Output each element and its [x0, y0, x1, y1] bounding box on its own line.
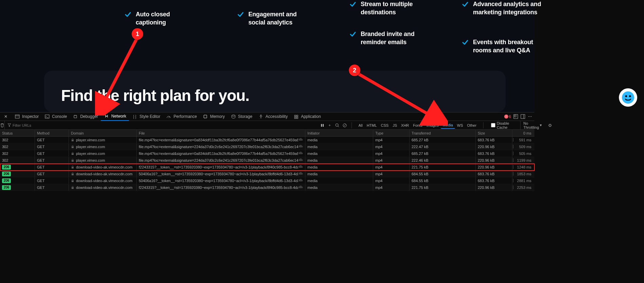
filter-type-ws[interactable]: WS: [455, 122, 465, 129]
col-size[interactable]: Size: [476, 130, 512, 136]
perk-item: Advanced analytics and marketing integra…: [461, 0, 546, 16]
table-row[interactable]: 302GETplayer.vimeo.comfile.mp4?loc=exter…: [0, 137, 534, 143]
check-icon: [237, 11, 244, 18]
table-row[interactable]: 206GETdownload-video-ak.vimeocdn.comf224…: [0, 184, 534, 191]
dock-side-button[interactable]: [520, 114, 525, 119]
col-status[interactable]: Status: [0, 130, 35, 136]
panel-tab-debugger[interactable]: Debugger: [70, 112, 101, 121]
filter-urls-input[interactable]: [13, 123, 80, 127]
filter-type-images[interactable]: Images: [424, 122, 441, 129]
panel-tab-label: Console: [52, 114, 67, 119]
inspector-icon: [14, 114, 20, 119]
storage-icon: [230, 114, 236, 119]
panel-tab-storage[interactable]: Storage: [228, 112, 255, 121]
block-button[interactable]: [343, 123, 347, 128]
cell-type: mp4: [373, 157, 410, 163]
check-icon: [461, 1, 469, 8]
table-row[interactable]: 302GETplayer.vimeo.comfile.mp4?loc=exter…: [0, 143, 534, 150]
panel-tab-application[interactable]: Application: [290, 112, 324, 121]
svg-rect-28: [72, 146, 74, 148]
cell-type: mp4: [373, 184, 410, 191]
table-row[interactable]: 302GETplayer.vimeo.comfile.mp4?loc=exter…: [0, 150, 534, 157]
throttling-dropdown[interactable]: No Throttling ▾: [520, 121, 545, 130]
help-avatar-button[interactable]: [619, 88, 637, 107]
panel-tab-label: Accessibility: [266, 114, 288, 119]
close-devtools-button[interactable]: ✕: [0, 112, 12, 121]
add-request-button[interactable]: ＋: [328, 123, 332, 128]
svg-line-23: [338, 126, 339, 127]
avatar-icon: [622, 91, 634, 104]
cell-status: 206: [0, 177, 35, 184]
har-settings-button[interactable]: [548, 123, 552, 128]
panel-tab-accessibility[interactable]: Accessibility: [255, 112, 290, 121]
col-initiator[interactable]: Initiator: [305, 130, 373, 136]
col-time[interactable]: 0 ms: [512, 130, 533, 136]
cell-initiator: media: [305, 177, 373, 184]
throttling-label: No Throttling: [523, 121, 539, 129]
cloud-icon: [298, 145, 303, 148]
cell-method: GET: [35, 137, 69, 143]
disable-cache-toggle[interactable]: Disable Cache: [488, 121, 517, 129]
disable-cache-checkbox[interactable]: [491, 123, 495, 127]
cell-type: mp4: [373, 143, 410, 150]
cell-time: 505 ms: [512, 150, 533, 157]
perk-item: Stream to multiple destinations: [349, 0, 420, 16]
application-icon: [293, 114, 299, 119]
filter-type-other[interactable]: Other: [465, 122, 479, 129]
cell-method: GET: [35, 143, 69, 150]
col-type[interactable]: Type: [373, 130, 410, 136]
col-transferred[interactable]: Transferred: [410, 130, 476, 136]
table-row[interactable]: 206GETdownload-video-ak.vimeocdn.com5040…: [0, 177, 534, 184]
svg-rect-30: [72, 160, 74, 162]
cell-domain: player.vimeo.com: [69, 137, 137, 143]
search-button[interactable]: [335, 123, 339, 128]
cell-transferred: 221.75 kB: [410, 184, 476, 191]
table-row[interactable]: 206GETdownload-video-ak.vimeocdn.com5040…: [0, 171, 534, 177]
col-method[interactable]: Method: [35, 130, 69, 136]
svg-rect-34: [72, 187, 74, 189]
filter-type-media[interactable]: Media: [441, 122, 455, 129]
iframe-picker-button[interactable]: [513, 114, 518, 119]
perk-text: Events with breakout rooms and live Q&A: [473, 38, 546, 54]
cell-status: 206: [0, 164, 35, 170]
pause-button[interactable]: [320, 123, 324, 128]
panel-tab-performance[interactable]: Performance: [163, 112, 200, 121]
cell-status: 206: [0, 184, 35, 191]
svg-point-1: [625, 95, 627, 97]
hero-heading: Find the right plan for you.: [61, 86, 249, 105]
filter-type-css[interactable]: CSS: [379, 122, 391, 129]
cell-method: GET: [35, 150, 69, 157]
cell-file: f2243315?__token__=st=1735920380~exp=173…: [137, 164, 305, 170]
panel-tab-style-editor[interactable]: Style Editor: [129, 112, 163, 121]
cell-type: mp4: [373, 177, 410, 184]
cell-type: mp4: [373, 137, 410, 143]
filter-type-fonts[interactable]: Fonts: [411, 122, 424, 129]
filter-type-html[interactable]: HTML: [365, 122, 379, 129]
col-file[interactable]: File: [137, 130, 305, 136]
panel-tab-inspector[interactable]: Inspector: [12, 112, 41, 121]
error-count-badge[interactable]: ! 6: [504, 114, 511, 119]
table-row[interactable]: 206GETdownload-video-ak.vimeocdn.comf224…: [0, 164, 534, 171]
cell-file: 50406a16?__token__=st=1735920380~exp=173…: [137, 171, 305, 177]
clear-requests-button[interactable]: [0, 121, 5, 130]
panel-tab-memory[interactable]: Memory: [200, 112, 227, 121]
cell-method: GET: [35, 177, 69, 184]
filter-urls-field[interactable]: [5, 121, 320, 130]
panel-tab-console[interactable]: Console: [41, 112, 70, 121]
filter-type-all[interactable]: All: [356, 122, 364, 129]
cell-file: file.mp4?loc=external&signature=0a834ddf…: [137, 150, 305, 157]
cell-transferred: 222.46 kB: [410, 157, 476, 163]
filter-type-xhr[interactable]: XHR: [399, 122, 411, 129]
col-domain[interactable]: Domain: [69, 130, 137, 136]
cell-initiator: media: [305, 150, 373, 157]
table-row[interactable]: 302GETplayer.vimeo.comfile.mp4?loc=exter…: [0, 157, 534, 164]
cell-domain: player.vimeo.com: [69, 143, 137, 150]
panel-tab-network[interactable]: Network: [101, 112, 129, 121]
cell-file: file.mp4?loc=external&signature=224da37d…: [137, 143, 305, 150]
filter-type-js[interactable]: JS: [391, 122, 399, 129]
more-options-button[interactable]: ⋯: [527, 114, 532, 119]
annotation-marker-1: 1: [132, 28, 143, 40]
lock-icon: [71, 152, 74, 155]
svg-line-25: [344, 124, 346, 126]
performance-icon: [166, 114, 172, 119]
